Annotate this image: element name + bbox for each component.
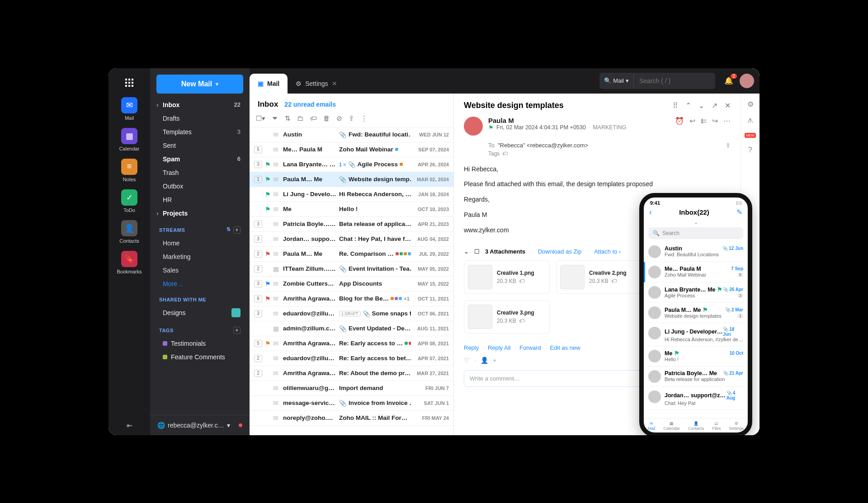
phone-mail-row[interactable]: Lana Bryante… Me ⚑📎26 AprAgile Process3 <box>644 282 748 303</box>
mail-row[interactable]: 3⚑✉Zombie Cutters… le…App DiscountsMAY 1… <box>250 277 453 291</box>
phone-tab-calendar[interactable]: ▦Calendar <box>663 421 680 431</box>
phone-tab-settings[interactable]: ⚙Settings <box>729 421 744 431</box>
account-switcher[interactable]: 🌐 rebecca@zylker.c… ▾ <box>150 415 250 435</box>
attachment-card[interactable]: Creative 1.png20.3 KB 🏷 <box>464 260 550 294</box>
folder-hr[interactable]: HR <box>150 193 250 207</box>
folder-templates[interactable]: Templates3 <box>150 125 250 139</box>
stream-item[interactable]: More .. <box>150 277 250 291</box>
filter-icon[interactable]: ⏷ <box>272 114 278 122</box>
phone-mail-row[interactable]: Li Jung - Developer ⚑📎18 JunHi Rebecca A… <box>644 323 748 346</box>
flag-icon[interactable]: ⚑ <box>265 161 270 168</box>
widgets-icon[interactable]: ⩚ <box>747 117 754 125</box>
stream-item[interactable]: Home <box>150 236 250 250</box>
mail-row[interactable]: ▦admin@zillum.com📎Event Updated - De…AUG… <box>250 321 453 336</box>
phone-search[interactable]: 🔍Search <box>648 227 743 239</box>
delete-icon[interactable]: 🗑 <box>323 114 330 122</box>
tab-mail[interactable]: ▣Mail <box>250 74 288 94</box>
add-tag-icon[interactable]: 🏷 <box>502 150 508 157</box>
folder-inbox[interactable]: Inbox22 <box>150 98 250 112</box>
phone-tab-contacts[interactable]: 👤Contacts <box>688 421 704 431</box>
add-tag-button[interactable]: + <box>233 327 241 334</box>
prev-message-icon[interactable]: ⌃ <box>685 101 691 110</box>
stream-item[interactable]: Marketing <box>150 250 250 263</box>
folder-drafts[interactable]: Drafts <box>150 112 250 125</box>
conversation-icon[interactable]: ⠿ <box>673 101 678 110</box>
mail-row[interactable]: 2✉Amritha Agrawal…Re: About the demo pr…… <box>250 366 453 381</box>
select-all-checkbox[interactable]: ☐▾ <box>256 114 265 122</box>
mail-row[interactable]: 1⚑✉Paula M… Me📎Website design temp…MAR 0… <box>250 172 453 187</box>
phone-tab-files[interactable]: 🗂Files <box>712 421 721 431</box>
app-calendar[interactable]: ▦Calendar <box>116 124 143 155</box>
flag-icon[interactable]: ⚑ <box>265 176 270 183</box>
share-mail-icon[interactable]: ⇪ <box>726 142 731 149</box>
mail-row[interactable]: ✉noreply@zoho.comZoho MAIL :: Mail For…F… <box>250 411 453 426</box>
shared-item[interactable]: Designs <box>150 305 250 320</box>
close-reader-icon[interactable]: ✕ <box>725 101 731 110</box>
app-grid-icon[interactable] <box>118 72 140 94</box>
app-mail[interactable]: ✉Mail <box>116 94 143 124</box>
mail-row[interactable]: ✉message-service@…📎Invoice from Invoice … <box>250 396 453 411</box>
notifications-button[interactable]: 🔔2 <box>724 76 733 85</box>
mail-row[interactable]: 3✉Patricia Boyle… MeBeta release of appl… <box>250 217 453 232</box>
more-icon[interactable]: ⋮ <box>361 114 368 122</box>
streams-sort-icon[interactable]: ⇅ <box>226 226 231 234</box>
expand-attachments-icon[interactable]: ⌄ <box>464 248 469 255</box>
flag-icon[interactable]: ⚑ <box>265 206 270 213</box>
attachment-card[interactable]: Creative 2.png20.3 KB 🏷 <box>556 260 642 294</box>
phone-compose-button[interactable]: ✎ <box>736 208 742 216</box>
edit-as-new-link[interactable]: Edit as new <box>550 344 580 351</box>
phone-mail-row[interactable]: Me… Paula M7 SepZoho Mail Webinar5 <box>644 262 748 282</box>
spam-icon[interactable]: ⊘ <box>336 114 342 122</box>
tag-item[interactable]: Feature Comments <box>150 350 250 364</box>
flag-icon[interactable]: ⚑ <box>265 250 270 258</box>
mail-row[interactable]: 5⚑✉Amritha Agrawal…Re: Early access to …… <box>250 336 453 351</box>
mail-row[interactable]: ✉Austin📎Fwd: Beautiful locati…WED JUN 12 <box>250 127 453 142</box>
phone-mail-row[interactable]: Patricia Boyle… Me📎21 AprBeta release fo… <box>644 367 748 387</box>
attachment-checkbox[interactable]: ☐ <box>474 248 480 255</box>
flag-icon[interactable]: ⚑ <box>265 280 270 287</box>
help-icon[interactable]: ? <box>748 146 752 154</box>
add-stream-button[interactable]: + <box>233 226 241 234</box>
archive-icon[interactable]: 🗀 <box>297 114 304 122</box>
reply-all-link[interactable]: Reply All <box>488 344 511 351</box>
phone-back-button[interactable]: ‹ <box>649 207 652 217</box>
flag-icon[interactable]: ⚑ <box>265 295 270 302</box>
reply-link[interactable]: Reply <box>464 344 479 351</box>
tag-icon[interactable]: 🏷 <box>310 114 317 122</box>
global-search[interactable]: 🔍Mail▾ <box>599 73 715 89</box>
phone-mail-row[interactable]: Austin📎12 JunFwd: Beautiful Locations <box>644 242 748 262</box>
mail-row[interactable]: 3⚑✉Lana Bryante… Me1 ≡📎Agile ProcessAPR … <box>250 157 453 172</box>
more-actions-icon[interactable]: ⋯ <box>723 117 731 136</box>
folder-outbox[interactable]: Outbox <box>150 179 250 193</box>
phone-tab-mail[interactable]: ✉Mail <box>648 421 656 431</box>
download-zip-link[interactable]: Download as Zip <box>538 248 582 255</box>
like-icon[interactable]: ♡ <box>464 357 470 364</box>
forward-icon[interactable]: ↪ <box>712 117 718 136</box>
tag-item[interactable]: Testimonials <box>150 337 250 350</box>
attachment-card[interactable]: Creative 3.png20.3 KB 🏷 <box>464 300 550 334</box>
folder-spam[interactable]: Spam6 <box>150 152 250 166</box>
app-notes[interactable]: ≡Notes <box>116 155 143 186</box>
flag-icon[interactable]: ⚑ <box>265 340 270 347</box>
folder-projects[interactable]: Projects <box>150 207 250 220</box>
reply-all-icon[interactable]: ⇇ <box>701 117 707 136</box>
attach-to-link[interactable]: Attach to › <box>594 248 621 255</box>
open-new-window-icon[interactable]: ↗ <box>712 101 717 110</box>
stream-item[interactable]: Sales <box>150 263 250 277</box>
mail-row[interactable]: ⚑✉Li Jung - DeveloperHi Rebecca Anderson… <box>250 187 453 202</box>
add-reaction-icon[interactable]: + <box>493 357 496 364</box>
reminder-icon[interactable]: ⏰ <box>675 117 684 136</box>
mail-row[interactable]: 5✉Me… Paula MZoho Mail WebinarSEP 07, 20… <box>250 142 453 157</box>
sort-icon[interactable]: ⇅ <box>285 114 291 122</box>
flag-icon[interactable]: ⚑ <box>488 124 494 131</box>
collapse-sidebar-icon[interactable]: ⇤ <box>127 421 132 430</box>
mail-row[interactable]: 2▦ITTeam Zillum… Me📎Event Invitation - T… <box>250 262 453 277</box>
phone-mail-row[interactable]: Jordan… support@zylker📎4 AugChat: Hey Pa… <box>644 387 748 410</box>
search-scope[interactable]: 🔍Mail▾ <box>599 73 634 89</box>
share-icon[interactable]: ⇪ <box>349 114 354 122</box>
unread-count-link[interactable]: 22 unread emails <box>284 101 336 108</box>
mail-row[interactable]: 6⚑✉Amritha Agrawal…Blog for the Be…+1OCT… <box>250 291 453 306</box>
person-icon[interactable]: 👤 <box>481 357 488 364</box>
folder-sent[interactable]: Sent <box>150 139 250 152</box>
flag-icon[interactable]: ⚑ <box>265 191 270 198</box>
